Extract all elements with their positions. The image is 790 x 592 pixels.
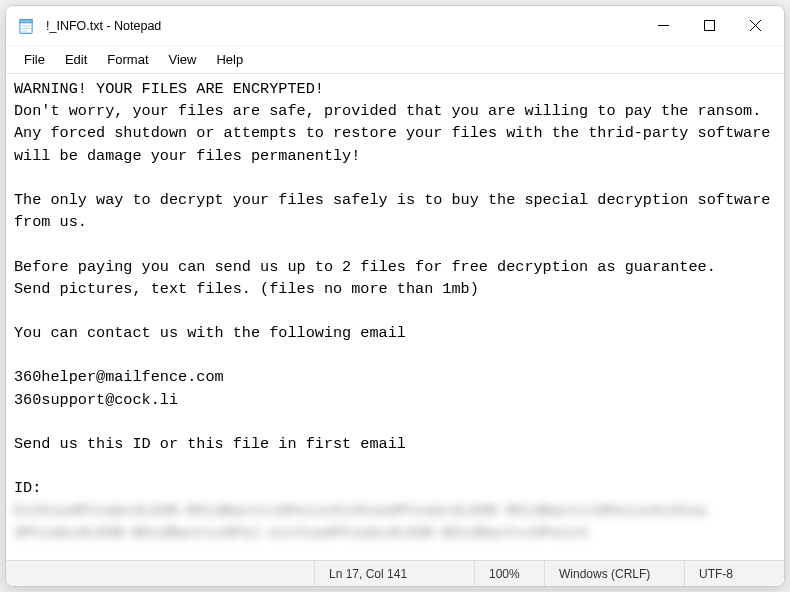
svg-rect-6 [704,21,714,31]
menu-help[interactable]: Help [206,48,253,71]
maximize-button[interactable] [686,6,732,46]
text-area[interactable]: WARNING! YOUR FILES ARE ENCRYPTED! Don't… [6,74,784,560]
menu-format[interactable]: Format [97,48,158,71]
notepad-window: !_INFO.txt - Notepad File Edit Format Vi… [5,5,785,587]
document-content: WARNING! YOUR FILES ARE ENCRYPTED! Don't… [14,80,780,497]
minimize-button[interactable] [640,6,686,46]
status-eol: Windows (CRLF) [544,561,684,586]
status-position: Ln 17, Col 141 [314,561,474,586]
status-zoom: 100% [474,561,544,586]
window-controls [640,6,778,45]
menu-view[interactable]: View [159,48,207,71]
menu-file[interactable]: File [14,48,55,71]
status-encoding: UTF-8 [684,561,784,586]
svg-rect-1 [20,19,32,22]
titlebar: !_INFO.txt - Notepad [6,6,784,46]
close-button[interactable] [732,6,778,46]
window-title: !_INFO.txt - Notepad [46,19,161,33]
redacted-id: ExSXsadPCxabcdLKOB-BOidBacCsJdPalxoSxSXs… [14,502,707,542]
statusbar: Ln 17, Col 141 100% Windows (CRLF) UTF-8 [6,560,784,586]
menubar: File Edit Format View Help [6,46,784,74]
notepad-icon [18,17,36,35]
menu-edit[interactable]: Edit [55,48,97,71]
